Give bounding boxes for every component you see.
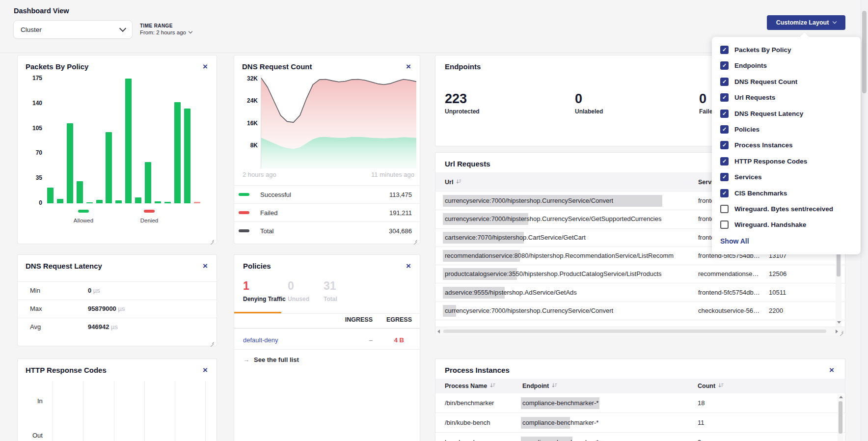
menu-item-services[interactable]: ✓Services bbox=[720, 173, 762, 181]
scrollbar-thumb[interactable] bbox=[443, 330, 826, 333]
column-header-url[interactable]: Url bbox=[445, 172, 461, 192]
menu-item-dns-request-count[interactable]: ✓DNS Request Count bbox=[720, 78, 797, 86]
policy-tab-denying-traffic[interactable]: 1Denying Traffic bbox=[243, 279, 286, 303]
menu-item-wireguard-handshake[interactable]: Wireguard. Handshake bbox=[720, 220, 806, 229]
menu-item-endpoints[interactable]: ✓Endpoints bbox=[720, 61, 767, 70]
close-icon[interactable]: × bbox=[203, 366, 208, 374]
card-title: DNS Request Count bbox=[242, 62, 312, 71]
latency-value: 946942 µs bbox=[88, 323, 118, 331]
url-table-row[interactable]: currencyservice:7000/hipstershop.Currenc… bbox=[435, 302, 845, 320]
scrollbar-thumb[interactable] bbox=[862, 11, 867, 93]
checkbox-checked-icon[interactable]: ✓ bbox=[720, 61, 729, 70]
count-cell: 2200 bbox=[769, 307, 783, 314]
column-header-ingress: INGRESS bbox=[333, 316, 373, 323]
time-range-control[interactable]: From: 2 hours ago bbox=[140, 29, 192, 35]
checkbox-checked-icon[interactable]: ✓ bbox=[720, 78, 729, 86]
bar-allowed bbox=[135, 197, 141, 203]
close-icon[interactable]: × bbox=[406, 62, 411, 71]
divider bbox=[234, 313, 420, 314]
resize-handle[interactable] bbox=[413, 237, 417, 242]
menu-item-process-instances[interactable]: ✓Process Instances bbox=[720, 141, 793, 149]
checkbox-checked-icon[interactable]: ✓ bbox=[720, 141, 729, 149]
chevron-down-icon bbox=[833, 20, 837, 24]
card-title: Url Requests bbox=[445, 160, 490, 168]
policy-tab-unused[interactable]: 0Unused bbox=[288, 279, 309, 303]
scroll-left-icon[interactable] bbox=[437, 330, 440, 333]
menu-item-policies[interactable]: ✓Policies bbox=[720, 125, 760, 134]
menu-item-wireguard-bytes-sent-received[interactable]: Wireguard. Bytes sent/received bbox=[720, 205, 833, 213]
close-icon[interactable]: × bbox=[406, 262, 411, 270]
checkbox-checked-icon[interactable]: ✓ bbox=[720, 173, 729, 181]
menu-item-url-requests[interactable]: ✓Url Requests bbox=[720, 93, 775, 102]
legend-row-failed: Failed191,211 bbox=[234, 203, 420, 221]
legend-swatch bbox=[239, 193, 249, 196]
checkbox-checked-icon[interactable]: ✓ bbox=[720, 157, 729, 165]
checkbox-checked-icon[interactable]: ✓ bbox=[720, 125, 729, 134]
policy-tab-total[interactable]: 31Total bbox=[324, 279, 337, 303]
endpoint-cell: compliance-benchmarker-* bbox=[522, 419, 598, 426]
horizontal-scrollbar[interactable] bbox=[435, 327, 845, 335]
bar-allowed bbox=[164, 202, 171, 203]
menu-item-label: HTTP Response Codes bbox=[734, 158, 807, 165]
endpoint-cell: compliance-benchmarker-* bbox=[522, 399, 598, 407]
card-title: Policies bbox=[243, 262, 271, 270]
checkbox-checked-icon[interactable]: ✓ bbox=[720, 189, 729, 197]
view-selector[interactable]: Cluster bbox=[13, 20, 133, 39]
close-icon[interactable]: × bbox=[829, 366, 834, 374]
scrollbar-thumb[interactable] bbox=[839, 401, 842, 434]
scroll-up-icon[interactable] bbox=[839, 396, 843, 398]
process-table-row[interactable]: /bin/benchmarkercompliance-benchmarker-*… bbox=[435, 393, 845, 413]
checkbox-checked-icon[interactable]: ✓ bbox=[720, 93, 729, 102]
checkbox-unchecked-icon[interactable] bbox=[720, 205, 729, 213]
y-tick-label: 140 bbox=[25, 100, 42, 107]
show-all-link[interactable]: Show All bbox=[720, 237, 749, 245]
menu-item-label: DNS Request Latency bbox=[734, 110, 803, 117]
checkbox-checked-icon[interactable]: ✓ bbox=[720, 46, 729, 54]
menu-item-cis-benchmarks[interactable]: ✓CIS Benchmarks bbox=[720, 189, 787, 197]
policy-link-default-deny[interactable]: default-deny bbox=[243, 336, 278, 344]
scroll-right-icon[interactable] bbox=[836, 330, 838, 333]
sort-icon bbox=[490, 383, 495, 389]
sort-icon bbox=[718, 383, 724, 389]
process-table-row[interactable]: /bin/kube-benchcompliance-benchmarker-*1… bbox=[435, 413, 845, 433]
menu-item-http-response-codes[interactable]: ✓HTTP Response Codes bbox=[720, 157, 807, 165]
column-header-endpoint[interactable]: Endpoint bbox=[522, 379, 557, 393]
bar-allowed bbox=[115, 200, 122, 203]
count-cell: 10511 bbox=[769, 289, 786, 296]
resize-handle[interactable] bbox=[839, 329, 843, 333]
column-header-count[interactable]: Count bbox=[698, 379, 724, 393]
y-tick-label: 105 bbox=[25, 125, 42, 132]
bar-denied bbox=[194, 202, 200, 203]
page-scrollbar[interactable] bbox=[861, 0, 868, 441]
tab-count: 0 bbox=[288, 279, 309, 293]
area-chart bbox=[261, 75, 416, 170]
bar-chart bbox=[46, 79, 214, 203]
url-table-row[interactable]: productcatalogservice:3550/hipstershop.P… bbox=[435, 265, 845, 283]
endpoint-stat: 223Unprotected bbox=[445, 91, 480, 115]
latency-value: 95879000 µs bbox=[88, 305, 125, 312]
tab-count: 1 bbox=[243, 279, 286, 293]
service-cell: frontend-5fc5754db… bbox=[698, 289, 760, 296]
column-header-process-name[interactable]: Process Name bbox=[445, 379, 495, 393]
egress-value: 4 B bbox=[377, 336, 404, 344]
view-selector-value: Cluster bbox=[21, 26, 42, 33]
process-table-row[interactable]: benchmarkercompliance-benchmarker-*9 bbox=[435, 433, 845, 441]
count-cell: 12506 bbox=[769, 270, 787, 277]
resize-handle[interactable] bbox=[210, 237, 214, 242]
menu-item-dns-request-latency[interactable]: ✓DNS Request Latency bbox=[720, 110, 803, 118]
close-icon[interactable]: × bbox=[203, 262, 208, 270]
bar-allowed bbox=[174, 102, 181, 203]
chevron-down-icon bbox=[119, 25, 126, 32]
resize-handle[interactable] bbox=[210, 339, 214, 344]
see-full-list-link[interactable]: → See the full list bbox=[243, 356, 299, 363]
menu-item-packets-by-policy[interactable]: ✓Packets By Policy bbox=[720, 46, 791, 54]
vertical-scrollbar[interactable] bbox=[838, 394, 843, 441]
scroll-down-icon[interactable] bbox=[837, 321, 841, 324]
url-table-row[interactable]: adservice:9555/hipstershop.AdService/Get… bbox=[435, 284, 845, 302]
service-cell: checkoutservice-56… bbox=[698, 307, 760, 314]
customize-layout-button[interactable]: Customize Layout bbox=[767, 15, 845, 30]
checkbox-unchecked-icon[interactable] bbox=[720, 220, 729, 229]
close-icon[interactable]: × bbox=[203, 62, 208, 71]
time-range-from: From: 2 hours ago bbox=[140, 29, 186, 35]
checkbox-checked-icon[interactable]: ✓ bbox=[720, 110, 729, 118]
